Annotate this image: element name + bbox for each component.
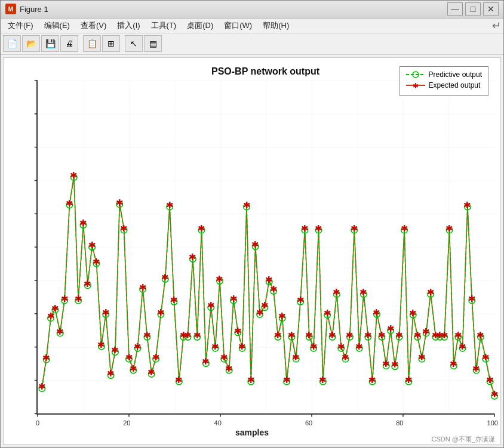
svg-text:✱: ✱ <box>482 352 490 362</box>
svg-text:✱: ✱ <box>368 375 376 384</box>
svg-text:✱: ✱ <box>454 330 462 340</box>
menu-insert[interactable]: 插入(I) <box>112 19 145 32</box>
menu-arrow: ↵ <box>492 19 501 32</box>
menu-file[interactable]: 文件(F) <box>3 19 38 32</box>
svg-text:✱: ✱ <box>42 353 50 362</box>
svg-text:✱: ✱ <box>84 279 91 288</box>
svg-text:✱: ✱ <box>134 342 142 351</box>
svg-text:✱: ✱ <box>278 311 286 321</box>
svg-text:✱: ✱ <box>477 330 484 340</box>
toolbar-save[interactable]: 💾 <box>41 35 59 52</box>
svg-text:✱: ✱ <box>189 252 196 262</box>
svg-text:✱: ✱ <box>38 382 46 391</box>
svg-text:✱: ✱ <box>120 223 128 233</box>
x-tick-40: 40 <box>214 419 222 427</box>
legend-expected: ✱ Expected output <box>406 81 482 89</box>
svg-text:✱: ✱ <box>270 285 278 294</box>
toolbar-export[interactable]: 📋 <box>83 35 101 52</box>
svg-text:✱: ✱ <box>310 342 318 351</box>
menu-tools[interactable]: 工具(T) <box>146 19 182 32</box>
toolbar-toggle[interactable]: ⊞ <box>102 35 120 52</box>
x-tick-80: 80 <box>396 419 403 427</box>
svg-text:✱: ✱ <box>225 363 233 373</box>
svg-text:✱: ✱ <box>405 375 413 384</box>
svg-text:✱: ✱ <box>56 326 64 336</box>
svg-text:✱: ✱ <box>283 375 291 384</box>
svg-text:✱: ✱ <box>125 352 133 362</box>
svg-text:✱: ✱ <box>184 330 192 340</box>
svg-text:✱: ✱ <box>261 301 269 310</box>
svg-text:✱: ✱ <box>359 288 367 297</box>
svg-text:✱: ✱ <box>61 293 69 303</box>
menu-window[interactable]: 窗口(W) <box>219 19 257 32</box>
svg-text:✱: ✱ <box>216 274 223 284</box>
svg-text:✱: ✱ <box>79 218 87 228</box>
svg-text:✱: ✱ <box>157 308 165 317</box>
svg-text:✱: ✱ <box>337 342 345 351</box>
svg-text:✱: ✱ <box>247 375 255 384</box>
svg-text:✱: ✱ <box>319 375 327 384</box>
svg-text:✱: ✱ <box>355 342 363 351</box>
svg-text:✱: ✱ <box>143 330 151 340</box>
svg-text:✱: ✱ <box>161 273 169 282</box>
svg-text:✱: ✱ <box>378 330 386 340</box>
x-tick-0: 0 <box>36 419 39 427</box>
svg-text:✱: ✱ <box>391 360 399 369</box>
svg-text:✱: ✱ <box>66 198 73 208</box>
svg-text:✱: ✱ <box>373 308 381 317</box>
svg-text:✱: ✱ <box>107 369 115 378</box>
svg-text:✱: ✱ <box>116 197 124 207</box>
svg-text:✱: ✱ <box>328 330 336 340</box>
svg-rect-0 <box>38 81 494 413</box>
svg-text:✱: ✱ <box>427 288 435 297</box>
svg-text:✱: ✱ <box>274 330 282 340</box>
svg-text:✱: ✱ <box>459 342 466 351</box>
svg-text:✱: ✱ <box>346 330 354 340</box>
svg-text:✱: ✱ <box>409 308 417 318</box>
svg-text:✱: ✱ <box>198 223 205 233</box>
svg-text:✱: ✱ <box>152 352 160 362</box>
svg-text:✱: ✱ <box>395 330 403 340</box>
svg-text:✱: ✱ <box>351 223 358 233</box>
x-axis-label: samples <box>235 428 269 437</box>
toolbar-open[interactable]: 📂 <box>22 35 40 52</box>
svg-text:✱: ✱ <box>315 223 322 233</box>
svg-text:✱: ✱ <box>243 200 251 209</box>
toolbar-new[interactable]: 📄 <box>3 35 21 52</box>
svg-text:✱: ✱ <box>93 257 100 266</box>
menu-help[interactable]: 帮助(H) <box>258 19 294 32</box>
menu-bar: 文件(F) 编辑(E) 查看(V) 插入(I) 工具(T) 桌面(D) 窗口(W… <box>1 18 503 34</box>
menu-view[interactable]: 查看(V) <box>76 19 111 32</box>
svg-text:✱: ✱ <box>463 200 471 209</box>
x-tick-60: 60 <box>305 419 312 427</box>
svg-text:✱: ✱ <box>292 352 300 362</box>
toolbar-print[interactable]: 🖨 <box>60 35 78 52</box>
maximize-button[interactable]: □ <box>465 2 481 16</box>
svg-text:✱: ✱ <box>147 367 155 377</box>
svg-text:✱: ✱ <box>238 342 246 351</box>
close-button[interactable]: ✕ <box>483 2 499 16</box>
svg-text:✱: ✱ <box>387 324 395 333</box>
svg-text:✱: ✱ <box>207 301 215 310</box>
svg-text:✱: ✱ <box>401 223 408 233</box>
svg-text:✱: ✱ <box>220 352 228 362</box>
svg-text:✱: ✱ <box>342 352 349 362</box>
legend-expected-label: Expected output <box>429 81 481 89</box>
svg-text:✱: ✱ <box>111 345 119 355</box>
svg-text:✱: ✱ <box>382 359 390 369</box>
svg-text:✱: ✱ <box>491 390 499 399</box>
menu-desktop[interactable]: 桌面(D) <box>182 19 218 32</box>
svg-text:✱: ✱ <box>193 330 201 340</box>
svg-text:✱: ✱ <box>230 293 238 303</box>
menu-edit[interactable]: 编辑(E) <box>39 19 75 32</box>
x-tick-100: 100 <box>487 419 498 427</box>
minimize-button[interactable]: — <box>447 2 463 16</box>
toolbar-cursor[interactable]: ↖ <box>125 35 143 52</box>
chart-plot-area: ✱ ✱ ✱ ✱ ✱ ✱ ✱ ✱ ✱ ✱ ✱ ✱ ✱ ✱ ✱ <box>36 81 494 415</box>
svg-text:✱: ✱ <box>288 330 296 340</box>
svg-text:✱: ✱ <box>445 223 453 233</box>
svg-text:✱: ✱ <box>418 352 426 362</box>
toolbar-brush[interactable]: ▤ <box>144 35 162 52</box>
app-icon: M <box>5 4 16 14</box>
legend-predictive-line <box>406 70 425 79</box>
